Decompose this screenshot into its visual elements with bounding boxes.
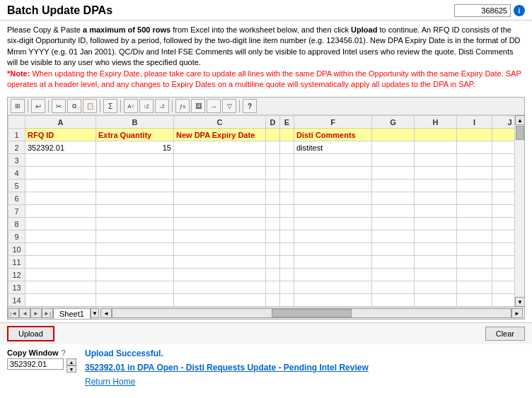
cell-2f[interactable]: distitest [294, 141, 372, 154]
copy-window-down[interactable]: ▼ [66, 365, 76, 373]
sum-toolbar-btn[interactable]: Σ [103, 99, 117, 113]
cell-3j[interactable] [492, 154, 515, 167]
copy-window-input-row: ▲ ▼ [7, 358, 71, 373]
cell-3c[interactable] [174, 154, 266, 167]
col-e-header[interactable]: E [280, 116, 294, 129]
col-g-header[interactable]: G [372, 116, 415, 129]
sheet-tab-1[interactable]: Sheet1 [53, 308, 91, 319]
cut-icon: ✂ [56, 103, 62, 110]
data-row-6: 6 [8, 192, 515, 205]
header-d[interactable] [266, 129, 280, 141]
return-home-link[interactable]: Return Home [85, 377, 135, 387]
sort-asc-toolbar-btn[interactable]: A↑ [124, 99, 138, 113]
clear-button[interactable]: Clear [485, 327, 525, 341]
col-f-header[interactable]: F [294, 116, 372, 129]
arrow-toolbar-btn[interactable]: → [207, 99, 221, 113]
cell-3f[interactable] [294, 154, 372, 167]
formula-toolbar-btn[interactable]: ƒx [175, 99, 190, 113]
h-scroll-track[interactable] [112, 308, 511, 318]
toolbar-sep-1 [28, 100, 28, 112]
cell-3b[interactable] [96, 154, 174, 167]
cell-2j[interactable] [492, 141, 515, 154]
h-scroll-thumb[interactable] [272, 309, 352, 317]
scroll-thumb[interactable] [516, 126, 524, 140]
copy-window-input[interactable] [7, 358, 64, 370]
data-row-10: 10 [8, 243, 515, 256]
h-scroll-right[interactable]: ► [511, 308, 523, 318]
sheet-tab-arrow[interactable]: ▼ [91, 308, 99, 318]
sheet-nav-prev[interactable]: ◄ [19, 308, 30, 318]
upload-button[interactable]: Upload [7, 326, 54, 341]
cut-toolbar-btn[interactable]: ✂ [52, 99, 66, 113]
header-j[interactable] [492, 129, 515, 141]
cell-3d[interactable] [266, 154, 280, 167]
copy-toolbar-btn[interactable]: ⧉ [67, 99, 81, 113]
vertical-scrollbar[interactable]: ▲ ▼ [514, 115, 524, 307]
data-row-8: 8 [8, 218, 515, 230]
sheet-nav-next[interactable]: ► [30, 308, 42, 318]
cell-3h[interactable] [415, 154, 457, 167]
note-label: *Note: [7, 69, 30, 78]
cell-3i[interactable] [457, 154, 492, 167]
filter-toolbar-btn[interactable]: ▽ [222, 99, 236, 113]
col-a-header[interactable]: A [25, 116, 96, 129]
spreadsheet-toolbar: ⊞ ↩ ✂ ⧉ 📋 Σ A↑ ↑Z ↓Z ƒx [8, 98, 524, 115]
col-b-header[interactable]: B [96, 116, 174, 129]
toolbar-sep-5 [172, 100, 173, 112]
header-i[interactable] [457, 129, 492, 141]
header-h[interactable] [415, 129, 457, 141]
sort-za-toolbar-btn[interactable]: ↓Z [155, 99, 169, 113]
cell-2d[interactable] [266, 141, 280, 154]
copy-window-help[interactable]: ? [62, 349, 66, 357]
cell-3e[interactable] [280, 154, 294, 167]
cell-2b[interactable]: 15 [96, 141, 174, 154]
col-j-header[interactable]: J [492, 116, 515, 129]
sheet-nav-last[interactable]: ►| [42, 308, 53, 318]
header-disti-comments[interactable]: Disti Comments [294, 129, 372, 141]
image-toolbar-btn[interactable]: 🖼 [191, 99, 205, 113]
sort-az-toolbar-btn[interactable]: ↑Z [139, 99, 154, 113]
arrow-icon: → [210, 103, 217, 110]
corner-cell [8, 116, 25, 129]
desc-bold2: Upload [351, 25, 377, 34]
toolbar-sep-2 [48, 100, 49, 112]
col-i-header[interactable]: I [457, 116, 492, 129]
data-row-9: 9 [8, 230, 515, 243]
filter-icon: ▽ [227, 103, 232, 110]
scroll-up-btn[interactable]: ▲ [515, 115, 525, 125]
cell-3g[interactable] [372, 154, 415, 167]
cell-2h[interactable] [415, 141, 457, 154]
grid-main: A B C D E F G H I J 1 [8, 115, 514, 307]
paste-icon: 📋 [86, 103, 94, 110]
cell-2e[interactable] [280, 141, 294, 154]
cell-3a[interactable] [25, 154, 96, 167]
cell-2a[interactable]: 352392.01 [25, 141, 96, 154]
scroll-down-btn[interactable]: ▼ [515, 297, 525, 307]
header-expiry[interactable]: New DPA Expiry Date [174, 129, 266, 141]
col-h-header[interactable]: H [415, 116, 457, 129]
sheet-nav-first[interactable]: |◄ [8, 308, 19, 318]
paste-toolbar-btn[interactable]: 📋 [83, 99, 97, 113]
copy-icon: ⧉ [72, 103, 76, 110]
header-rfq-id[interactable]: RFQ ID [25, 129, 96, 141]
header-g[interactable] [372, 129, 415, 141]
copy-window-up[interactable]: ▲ [66, 358, 76, 365]
cell-2i[interactable] [457, 141, 492, 154]
grid-toolbar-btn[interactable]: ⊞ [11, 99, 25, 113]
header-id-input[interactable] [454, 4, 511, 17]
cell-2c[interactable] [174, 141, 266, 154]
header-extra-qty[interactable]: Extra Quantity [96, 129, 174, 141]
info-icon[interactable]: i [514, 5, 525, 16]
data-row-12: 12 [8, 269, 515, 281]
h-scroll-left[interactable]: ◄ [100, 308, 112, 318]
spreadsheet-container: ⊞ ↩ ✂ ⧉ 📋 Σ A↑ ↑Z ↓Z ƒx [7, 97, 525, 320]
result-link[interactable]: 352392.01 in DPA Open - Disti Requests U… [85, 363, 525, 373]
sum-icon: Σ [108, 103, 112, 110]
toolbar-sep-6 [239, 100, 240, 112]
cell-2g[interactable] [372, 141, 415, 154]
help-toolbar-btn[interactable]: ? [243, 99, 257, 113]
header-e[interactable] [280, 129, 294, 141]
col-c-header[interactable]: C [174, 116, 266, 129]
col-d-header[interactable]: D [266, 116, 280, 129]
undo-toolbar-btn[interactable]: ↩ [31, 99, 45, 113]
